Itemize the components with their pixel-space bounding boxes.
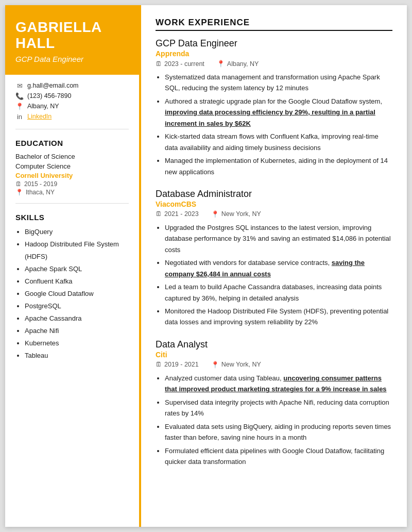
bullet-item: Formulated efficient data pipelines with…: [165, 445, 392, 468]
location-icon: 📍: [15, 103, 24, 110]
calendar-icon: 🗓: [156, 210, 162, 218]
job-location: 📍 Albany, NY: [217, 60, 259, 68]
phone-icon: 📞: [15, 92, 24, 100]
bullet-item: Upgraded the Postgres SQL instances to t…: [165, 222, 392, 255]
candidate-name: GABRIELLA HALL: [15, 20, 129, 52]
work-experience-title: WORK EXPERIENCE: [156, 18, 392, 31]
job-meta: 🗓 2021 - 2023📍 New York, NY: [156, 210, 392, 218]
job-company: Citi: [156, 351, 392, 359]
resume-container: GABRIELLA HALL GCP Data Engineer ✉ g.hal…: [5, 5, 407, 527]
sidebar-header: GABRIELLA HALL GCP Data Engineer: [5, 5, 139, 75]
contact-section: ✉ g.hall@email.com 📞 (123) 456-7890 📍 Al…: [5, 75, 139, 124]
edu-location: 📍 Ithaca, NY: [15, 189, 129, 196]
job-title: Data Analyst: [156, 339, 392, 350]
calendar-icon: 🗓: [15, 180, 22, 188]
job-title: Database Administrator: [156, 189, 392, 200]
job-location: 📍 New York, NY: [211, 361, 261, 369]
bullet-item: Negotiated with vendors for database ser…: [165, 257, 392, 279]
job-years: 🗓 2019 - 2021: [156, 361, 199, 368]
job-meta: 🗓 2023 - current📍 Albany, NY: [156, 60, 392, 68]
bullet-item: Systematized data management and transfo…: [165, 72, 392, 94]
contact-email: ✉ g.hall@email.com: [15, 82, 129, 90]
jobs-container: GCP Data EngineerApprenda🗓 2023 - curren…: [156, 38, 392, 467]
skill-item: Apache Nifi: [25, 325, 129, 337]
divider-1: [15, 129, 129, 129]
skills-section: SKILLS BigQueryHadoop Distributed File S…: [5, 209, 139, 364]
calendar-icon: 🗓: [156, 361, 162, 368]
bullet-item: Kick-started data stream flows with Conf…: [165, 131, 392, 153]
location-icon: 📍: [217, 60, 225, 68]
bullet-item: Evaluated data sets using BigQuery, aidi…: [165, 421, 392, 443]
skill-item: PostgreSQL: [25, 300, 129, 312]
skill-item: Apache Spark SQL: [25, 263, 129, 275]
calendar-icon: 🗓: [156, 60, 162, 68]
job-bullets: Systematized data management and transfo…: [156, 72, 392, 177]
bullet-item: Analyzed customer data using Tableau, un…: [165, 373, 392, 395]
main-content: WORK EXPERIENCE GCP Data EngineerApprend…: [139, 5, 407, 527]
job-meta: 🗓 2019 - 2021📍 New York, NY: [156, 361, 392, 369]
bullet-item: Managed the implementation of Kubernetes…: [165, 155, 392, 177]
skills-title: SKILLS: [15, 213, 129, 222]
bullet-item: Led a team to build Apache Cassandra dat…: [165, 281, 392, 304]
sidebar: GABRIELLA HALL GCP Data Engineer ✉ g.hal…: [5, 5, 139, 527]
job-bullets: Upgraded the Postgres SQL instances to t…: [156, 222, 392, 328]
edu-years: 🗓 2015 - 2019: [15, 180, 129, 188]
job-years: 🗓 2023 - current: [156, 60, 204, 68]
job-entry: GCP Data EngineerApprenda🗓 2023 - curren…: [156, 38, 392, 177]
skill-item: Hadoop Distributed File System (HDFS): [25, 238, 129, 263]
skill-item: Google Cloud Dataflow: [25, 288, 129, 300]
divider-2: [15, 203, 129, 204]
location-icon: 📍: [211, 210, 219, 218]
job-title: GCP Data Engineer: [156, 38, 392, 49]
skill-item: Apache Cassandra: [25, 312, 129, 325]
job-company: Apprenda: [156, 49, 392, 58]
skill-item: BigQuery: [25, 226, 129, 238]
skill-item: Confluent Kafka: [25, 275, 129, 288]
education-section: EDUCATION Bachelor of Science Computer S…: [5, 135, 139, 198]
skill-item: Kubernetes: [25, 337, 129, 350]
job-bullets: Analyzed customer data using Tableau, un…: [156, 373, 392, 468]
skills-list: BigQueryHadoop Distributed File System (…: [15, 226, 129, 362]
linkedin-icon: in: [15, 113, 24, 121]
bullet-item: Supervised data integrity projects with …: [165, 397, 392, 419]
location-icon: 📍: [211, 361, 219, 369]
edu-school: Cornell University: [15, 172, 129, 179]
job-location: 📍 New York, NY: [211, 210, 261, 218]
job-company: ViacomCBS: [156, 200, 392, 208]
contact-phone: 📞 (123) 456-7890: [15, 92, 129, 100]
contact-linkedin[interactable]: in LinkedIn: [15, 113, 129, 121]
edu-degree: Bachelor of Science: [15, 152, 129, 162]
bullet-item: Monitored the Hadoop Distributed File Sy…: [165, 306, 392, 328]
skill-item: Tableau: [25, 350, 129, 362]
job-entry: Data AnalystCiti🗓 2019 - 2021📍 New York,…: [156, 339, 392, 468]
job-entry: Database AdministratorViacomCBS🗓 2021 - …: [156, 189, 392, 328]
bullet-item: Authored a strategic upgrade plan for th…: [165, 96, 392, 129]
edu-field: Computer Science: [15, 161, 129, 172]
email-icon: ✉: [15, 82, 24, 90]
education-title: EDUCATION: [15, 139, 129, 147]
location-edu-icon: 📍: [15, 189, 23, 196]
candidate-title: GCP Data Engineer: [15, 55, 129, 63]
contact-location: 📍 Albany, NY: [15, 103, 129, 110]
job-years: 🗓 2021 - 2023: [156, 210, 199, 218]
